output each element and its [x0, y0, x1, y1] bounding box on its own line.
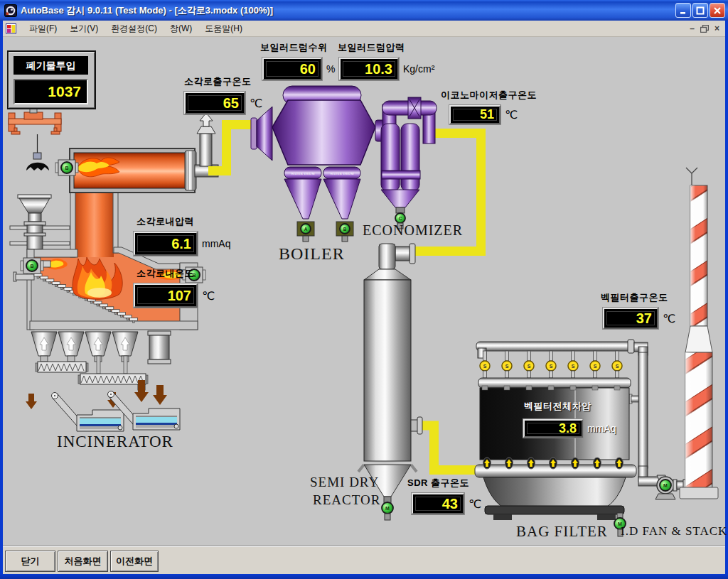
home-page-button[interactable]: 처음화면 — [58, 551, 108, 572]
window-bottom-border — [0, 574, 728, 579]
mdi-restore-button[interactable] — [700, 25, 709, 33]
window-title: AutoBase 감시 9.0.11 (Test Mode) - [소각로3.m… — [21, 4, 675, 17]
screw-conveyor-1 — [36, 362, 88, 372]
svg-text:C: C — [399, 216, 402, 221]
svg-text:A: A — [304, 227, 308, 232]
gauge-incinerator-temp: 소각로내온도 107 ℃ — [134, 267, 215, 308]
pipe-kiln-to-boiler — [208, 125, 253, 171]
svg-text:B: B — [343, 227, 347, 232]
label-economizer: ECONOMIZER — [363, 222, 463, 239]
gauge-incinerator-pressure: 소각로내압력 6.1 mmAq — [134, 215, 230, 256]
bagfilter-hopper-skirt — [483, 477, 626, 507]
label-reactor: REACTOR — [313, 492, 380, 508]
slag-discharge-cylinder — [149, 335, 169, 359]
crane-grapple — [26, 163, 49, 171]
process-canvas: S B — [3, 37, 725, 546]
bag-filter: M — [475, 340, 661, 536]
navigation-bar: 닫기 처음화면 이전화면 — [3, 546, 725, 574]
pulse-valves — [480, 351, 622, 378]
pipe-sdr-to-bagfilter — [419, 426, 478, 470]
close-icon — [713, 6, 722, 15]
menu-view[interactable]: 보기(V) — [63, 21, 105, 37]
gauge-bagfilter-outlet-temp: 벡필터출구온도 37 ℃ — [599, 291, 675, 329]
sdr-discharge-valve: M — [382, 497, 393, 520]
label-semi-dry: SEMI DRY — [310, 475, 379, 490]
gauge-sdr-outlet-temp: SDR 출구온도 43 ℃ — [406, 477, 481, 514]
gauge-boiler-drum-level: 보일러드럼수위 60 % — [260, 41, 335, 80]
maximize-button[interactable] — [692, 3, 708, 18]
water-drum-label-1: WATER DRUM — [291, 172, 315, 175]
gauge-bagfilter-diff-pressure: 벡필터전체차압 3.8 mmAq — [521, 400, 616, 438]
boiler-ash-valve-b: B — [336, 222, 353, 242]
minimize-button[interactable] — [675, 3, 691, 18]
pulse-manifold-pipe — [478, 378, 631, 388]
stack-antenna — [686, 168, 697, 185]
minimize-icon — [679, 6, 687, 15]
close-button[interactable] — [710, 3, 725, 18]
sdr-vessel — [364, 280, 411, 461]
close-page-button[interactable]: 닫기 — [5, 551, 55, 572]
fan-motor-letter: M — [663, 483, 668, 488]
gauge-waste-feed: 폐기물투입 1037 — [7, 50, 96, 109]
boiler-body — [272, 100, 375, 165]
gauge-waste-feed-value: 1037 — [14, 79, 88, 104]
gauge-economizer-outlet-temp: 이코노마이저출구온도 51 ℃ — [441, 89, 537, 124]
app-logo-icon — [4, 4, 17, 17]
gauge-waste-feed-label: 폐기물투입 — [14, 56, 88, 75]
menu-settings[interactable]: 환경설정(C) — [105, 21, 164, 37]
menu-file[interactable]: 파일(F) — [23, 21, 63, 37]
document-icon — [6, 23, 17, 34]
crane-hook-block — [33, 153, 41, 159]
screw-conveyor-2 — [78, 374, 148, 390]
waste-feeder — [10, 195, 70, 249]
water-drums: WATER DRUM WATER DRUM — [284, 167, 360, 179]
rotary-kiln — [55, 148, 196, 193]
gauge-incinerator-outlet-temp: 소각로출구온도 65 ℃ — [183, 75, 262, 114]
waste-crane — [9, 109, 61, 171]
menu-bar: 파일(F) 보기(V) 환경설정(C) 창(W) 도움말(H) – × — [3, 21, 725, 37]
label-boiler: BOILER — [279, 244, 345, 264]
previous-page-button[interactable]: 이전화면 — [110, 551, 159, 572]
svg-text:M: M — [385, 506, 390, 511]
vent-arrow-icon — [200, 113, 213, 126]
water-drum-label-2: WATER DRUM — [330, 172, 354, 175]
gauge-boiler-drum-pressure: 보일러드럼압력 10.3 Kg/cm² — [338, 41, 434, 80]
mdi-minimize-button[interactable]: – — [690, 24, 695, 33]
title-bar[interactable]: AutoBase 감시 9.0.11 (Test Mode) - [소각로3.m… — [0, 0, 728, 21]
boiler-ash-valve-a: A — [297, 222, 314, 242]
maximize-icon — [696, 6, 705, 15]
pulse-header-pipe — [476, 342, 633, 351]
boiler: WATER DRUM WATER DRUM A B — [251, 86, 385, 242]
label-bag-filter: BAG FILTER — [516, 523, 608, 541]
label-id-fan-stack: I.D FAN & STACK — [621, 524, 727, 539]
app-window: AutoBase 감시 9.0.11 (Test Mode) - [소각로3.m… — [0, 0, 728, 579]
menu-window[interactable]: 창(W) — [164, 21, 198, 37]
furnace-burner-left — [21, 258, 43, 274]
menu-help[interactable]: 도움말(H) — [198, 21, 249, 37]
economizer: C — [381, 97, 437, 229]
label-incinerator: INCINERATOR — [57, 433, 173, 451]
stack — [680, 168, 718, 499]
ash-handling — [26, 331, 180, 431]
bagfilter-outlet-pipe — [638, 352, 648, 468]
mdi-close-button[interactable]: × — [714, 24, 719, 33]
kiln-burner — [55, 160, 78, 175]
